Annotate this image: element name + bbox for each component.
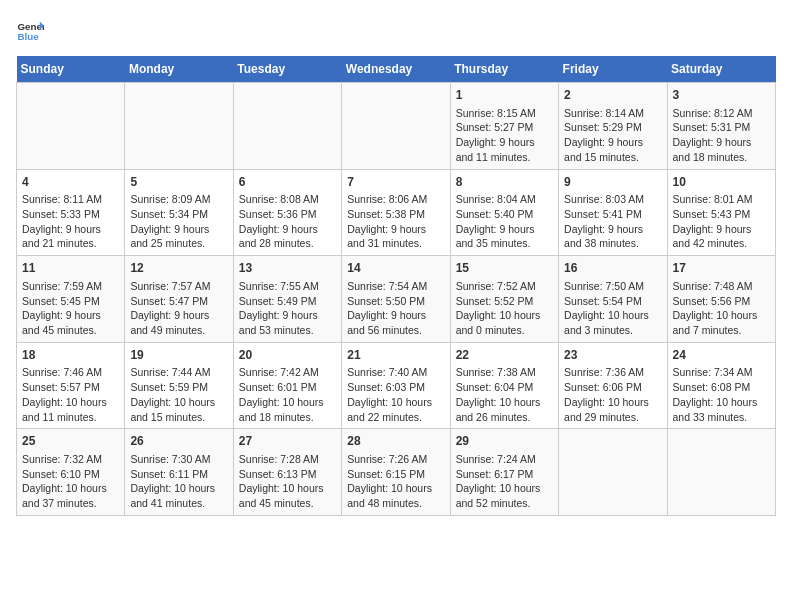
calendar-cell: 16Sunrise: 7:50 AM Sunset: 5:54 PM Dayli… xyxy=(559,256,667,343)
calendar-cell: 25Sunrise: 7:32 AM Sunset: 6:10 PM Dayli… xyxy=(17,429,125,516)
day-number: 29 xyxy=(456,433,553,450)
calendar-body: 1Sunrise: 8:15 AM Sunset: 5:27 PM Daylig… xyxy=(17,83,776,516)
calendar-cell: 15Sunrise: 7:52 AM Sunset: 5:52 PM Dayli… xyxy=(450,256,558,343)
day-header-thursday: Thursday xyxy=(450,56,558,83)
day-number: 21 xyxy=(347,347,444,364)
calendar-cell: 2Sunrise: 8:14 AM Sunset: 5:29 PM Daylig… xyxy=(559,83,667,170)
day-info: Sunrise: 7:28 AM Sunset: 6:13 PM Dayligh… xyxy=(239,452,336,511)
day-info: Sunrise: 7:24 AM Sunset: 6:17 PM Dayligh… xyxy=(456,452,553,511)
calendar-cell: 10Sunrise: 8:01 AM Sunset: 5:43 PM Dayli… xyxy=(667,169,775,256)
day-number: 12 xyxy=(130,260,227,277)
day-info: Sunrise: 7:40 AM Sunset: 6:03 PM Dayligh… xyxy=(347,365,444,424)
day-info: Sunrise: 7:54 AM Sunset: 5:50 PM Dayligh… xyxy=(347,279,444,338)
logo-icon: General Blue xyxy=(16,16,44,44)
day-number: 25 xyxy=(22,433,119,450)
day-info: Sunrise: 7:50 AM Sunset: 5:54 PM Dayligh… xyxy=(564,279,661,338)
day-info: Sunrise: 7:38 AM Sunset: 6:04 PM Dayligh… xyxy=(456,365,553,424)
day-number: 27 xyxy=(239,433,336,450)
calendar-cell: 8Sunrise: 8:04 AM Sunset: 5:40 PM Daylig… xyxy=(450,169,558,256)
day-header-monday: Monday xyxy=(125,56,233,83)
day-info: Sunrise: 8:06 AM Sunset: 5:38 PM Dayligh… xyxy=(347,192,444,251)
calendar-cell: 12Sunrise: 7:57 AM Sunset: 5:47 PM Dayli… xyxy=(125,256,233,343)
calendar-cell: 4Sunrise: 8:11 AM Sunset: 5:33 PM Daylig… xyxy=(17,169,125,256)
calendar-cell: 28Sunrise: 7:26 AM Sunset: 6:15 PM Dayli… xyxy=(342,429,450,516)
day-number: 1 xyxy=(456,87,553,104)
week-row-2: 4Sunrise: 8:11 AM Sunset: 5:33 PM Daylig… xyxy=(17,169,776,256)
day-number: 26 xyxy=(130,433,227,450)
day-number: 28 xyxy=(347,433,444,450)
day-info: Sunrise: 7:34 AM Sunset: 6:08 PM Dayligh… xyxy=(673,365,770,424)
week-row-3: 11Sunrise: 7:59 AM Sunset: 5:45 PM Dayli… xyxy=(17,256,776,343)
calendar-cell xyxy=(125,83,233,170)
day-number: 2 xyxy=(564,87,661,104)
day-number: 5 xyxy=(130,174,227,191)
calendar-cell xyxy=(667,429,775,516)
day-info: Sunrise: 7:30 AM Sunset: 6:11 PM Dayligh… xyxy=(130,452,227,511)
day-info: Sunrise: 7:55 AM Sunset: 5:49 PM Dayligh… xyxy=(239,279,336,338)
calendar-cell: 27Sunrise: 7:28 AM Sunset: 6:13 PM Dayli… xyxy=(233,429,341,516)
day-number: 19 xyxy=(130,347,227,364)
calendar-header: SundayMondayTuesdayWednesdayThursdayFrid… xyxy=(17,56,776,83)
day-header-friday: Friday xyxy=(559,56,667,83)
day-header-wednesday: Wednesday xyxy=(342,56,450,83)
calendar-cell: 20Sunrise: 7:42 AM Sunset: 6:01 PM Dayli… xyxy=(233,342,341,429)
day-number: 4 xyxy=(22,174,119,191)
day-info: Sunrise: 7:26 AM Sunset: 6:15 PM Dayligh… xyxy=(347,452,444,511)
calendar-cell: 29Sunrise: 7:24 AM Sunset: 6:17 PM Dayli… xyxy=(450,429,558,516)
day-info: Sunrise: 7:42 AM Sunset: 6:01 PM Dayligh… xyxy=(239,365,336,424)
calendar-cell: 9Sunrise: 8:03 AM Sunset: 5:41 PM Daylig… xyxy=(559,169,667,256)
header-row: SundayMondayTuesdayWednesdayThursdayFrid… xyxy=(17,56,776,83)
calendar-table: SundayMondayTuesdayWednesdayThursdayFrid… xyxy=(16,56,776,516)
calendar-cell: 13Sunrise: 7:55 AM Sunset: 5:49 PM Dayli… xyxy=(233,256,341,343)
week-row-1: 1Sunrise: 8:15 AM Sunset: 5:27 PM Daylig… xyxy=(17,83,776,170)
day-number: 24 xyxy=(673,347,770,364)
day-info: Sunrise: 7:32 AM Sunset: 6:10 PM Dayligh… xyxy=(22,452,119,511)
day-info: Sunrise: 8:04 AM Sunset: 5:40 PM Dayligh… xyxy=(456,192,553,251)
day-number: 16 xyxy=(564,260,661,277)
day-info: Sunrise: 8:14 AM Sunset: 5:29 PM Dayligh… xyxy=(564,106,661,165)
day-info: Sunrise: 7:59 AM Sunset: 5:45 PM Dayligh… xyxy=(22,279,119,338)
calendar-cell: 26Sunrise: 7:30 AM Sunset: 6:11 PM Dayli… xyxy=(125,429,233,516)
day-info: Sunrise: 7:44 AM Sunset: 5:59 PM Dayligh… xyxy=(130,365,227,424)
day-header-sunday: Sunday xyxy=(17,56,125,83)
header: General Blue xyxy=(16,16,776,44)
calendar-cell: 19Sunrise: 7:44 AM Sunset: 5:59 PM Dayli… xyxy=(125,342,233,429)
day-number: 23 xyxy=(564,347,661,364)
day-info: Sunrise: 8:12 AM Sunset: 5:31 PM Dayligh… xyxy=(673,106,770,165)
calendar-cell: 3Sunrise: 8:12 AM Sunset: 5:31 PM Daylig… xyxy=(667,83,775,170)
day-info: Sunrise: 8:01 AM Sunset: 5:43 PM Dayligh… xyxy=(673,192,770,251)
week-row-4: 18Sunrise: 7:46 AM Sunset: 5:57 PM Dayli… xyxy=(17,342,776,429)
day-info: Sunrise: 8:15 AM Sunset: 5:27 PM Dayligh… xyxy=(456,106,553,165)
calendar-cell: 24Sunrise: 7:34 AM Sunset: 6:08 PM Dayli… xyxy=(667,342,775,429)
day-info: Sunrise: 8:03 AM Sunset: 5:41 PM Dayligh… xyxy=(564,192,661,251)
calendar-cell: 7Sunrise: 8:06 AM Sunset: 5:38 PM Daylig… xyxy=(342,169,450,256)
day-info: Sunrise: 7:52 AM Sunset: 5:52 PM Dayligh… xyxy=(456,279,553,338)
day-number: 13 xyxy=(239,260,336,277)
calendar-cell xyxy=(233,83,341,170)
day-number: 3 xyxy=(673,87,770,104)
calendar-cell xyxy=(17,83,125,170)
calendar-cell: 11Sunrise: 7:59 AM Sunset: 5:45 PM Dayli… xyxy=(17,256,125,343)
day-number: 15 xyxy=(456,260,553,277)
calendar-cell: 17Sunrise: 7:48 AM Sunset: 5:56 PM Dayli… xyxy=(667,256,775,343)
calendar-cell: 5Sunrise: 8:09 AM Sunset: 5:34 PM Daylig… xyxy=(125,169,233,256)
day-info: Sunrise: 8:09 AM Sunset: 5:34 PM Dayligh… xyxy=(130,192,227,251)
day-number: 20 xyxy=(239,347,336,364)
day-number: 11 xyxy=(22,260,119,277)
day-number: 8 xyxy=(456,174,553,191)
day-number: 7 xyxy=(347,174,444,191)
day-header-tuesday: Tuesday xyxy=(233,56,341,83)
day-info: Sunrise: 7:46 AM Sunset: 5:57 PM Dayligh… xyxy=(22,365,119,424)
calendar-cell: 22Sunrise: 7:38 AM Sunset: 6:04 PM Dayli… xyxy=(450,342,558,429)
week-row-5: 25Sunrise: 7:32 AM Sunset: 6:10 PM Dayli… xyxy=(17,429,776,516)
day-number: 10 xyxy=(673,174,770,191)
calendar-cell: 18Sunrise: 7:46 AM Sunset: 5:57 PM Dayli… xyxy=(17,342,125,429)
day-number: 22 xyxy=(456,347,553,364)
day-header-saturday: Saturday xyxy=(667,56,775,83)
day-info: Sunrise: 8:11 AM Sunset: 5:33 PM Dayligh… xyxy=(22,192,119,251)
day-info: Sunrise: 7:57 AM Sunset: 5:47 PM Dayligh… xyxy=(130,279,227,338)
day-number: 17 xyxy=(673,260,770,277)
day-info: Sunrise: 7:48 AM Sunset: 5:56 PM Dayligh… xyxy=(673,279,770,338)
logo: General Blue xyxy=(16,16,44,44)
calendar-cell: 14Sunrise: 7:54 AM Sunset: 5:50 PM Dayli… xyxy=(342,256,450,343)
